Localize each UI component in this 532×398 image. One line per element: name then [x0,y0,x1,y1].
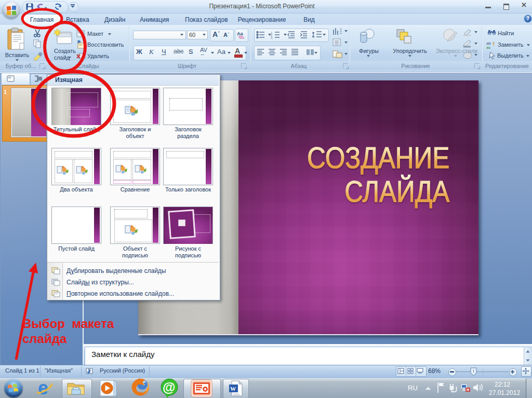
svg-text:@: @ [163,380,175,394]
svg-text:ac: ac [486,45,490,49]
svg-text:Aa: Aa [237,31,243,36]
svg-text:e: e [38,378,48,398]
svg-text:СОЗДАНИЕ: СОЗДАНИЕ [307,142,449,174]
svg-text:СЛАЙДА: СЛАЙДА [344,175,449,208]
svg-text:W: W [230,386,236,392]
svg-text:3: 3 [271,36,273,39]
